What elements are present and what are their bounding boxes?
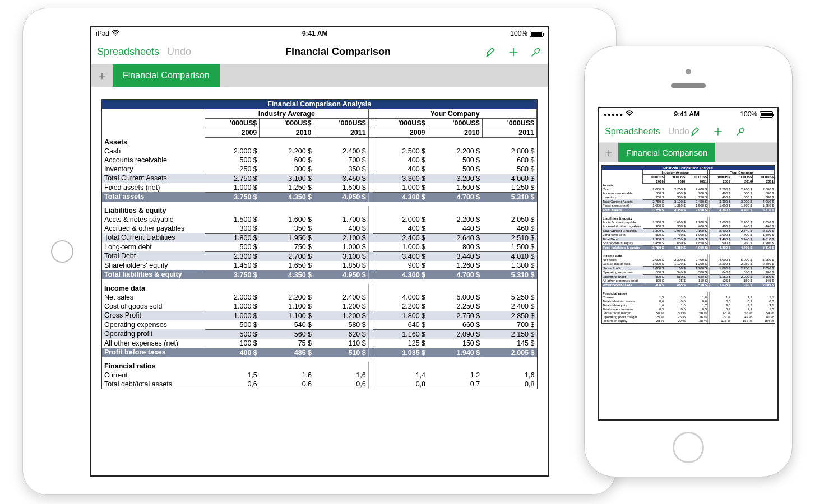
cell-value: 0,5 [664, 307, 686, 311]
cell-value: 1.000 $ [314, 242, 368, 252]
iphone-camera [686, 69, 691, 74]
cell-value: 3.100 $ [260, 174, 314, 183]
cell-value: 4.300 $ [710, 208, 731, 212]
unit-label: '000US$ [314, 119, 368, 128]
cell-value: 400 $ [373, 156, 428, 165]
cell-value: 1,6 [260, 371, 314, 380]
financial-table: Financial Comparison AnalysisIndustry Av… [102, 100, 537, 389]
cell-value: 125 $ [710, 279, 731, 283]
row-label: Total assets turnover [602, 307, 643, 311]
table-row: Accrued & other payables300 $350 $400 $4… [102, 224, 537, 234]
cell-value: 2.090 $ [731, 274, 753, 279]
cell-value: 2.090 $ [428, 329, 482, 339]
undo-button[interactable]: Undo [668, 127, 689, 137]
cell-value: 510 $ [686, 283, 708, 287]
cell-value: 2.850 $ [482, 311, 536, 320]
table-row: Fixed assets (net)1.000 $1.250 $1.500 $1… [602, 204, 775, 208]
cell-value: 1.950 $ [664, 228, 686, 233]
status-time: 9:41 AM [674, 110, 700, 118]
sheet-title: Financial Comparison Analysis [102, 100, 537, 109]
year-header: 2010 [260, 128, 314, 138]
cell-value: 1.100 $ [260, 311, 314, 320]
cell-value: 5.000 $ [428, 293, 482, 302]
battery-percent: 100% [510, 30, 527, 38]
table-row: Gross Profit1.000 $1.100 $1.200 $1.800 $… [602, 266, 775, 270]
year-header: 2009 [373, 128, 428, 138]
year-header: 2009 [643, 179, 665, 184]
spreadsheets-back-link[interactable]: Spreadsheets [605, 127, 660, 137]
tools-wrench-icon[interactable] [734, 125, 747, 138]
cell-value: 3.400 $ [710, 237, 731, 241]
add-icon[interactable] [712, 125, 724, 138]
spreadsheet-canvas[interactable]: Financial Comparison AnalysisIndustry Av… [599, 162, 777, 419]
add-icon[interactable] [507, 46, 520, 58]
cell-value: 1.600 $ [664, 221, 686, 225]
row-label: Cost of goods sold [102, 302, 205, 311]
cell-value: 460 $ [753, 225, 775, 229]
cell-value: 2.510 $ [482, 233, 536, 242]
row-label: Operating expenses [102, 320, 205, 330]
cell-value: 2.750 $ [731, 266, 753, 270]
format-brush-icon[interactable] [485, 46, 497, 58]
unit-label: '000US$ [731, 175, 753, 179]
cell-value: 1.500 $ [205, 215, 260, 224]
cell-value: 1.850 $ [314, 261, 368, 270]
row-label: Total liabilities & equity [102, 270, 205, 279]
cell-value: 1,2 [731, 296, 753, 300]
cell-value: 3.300 $ [710, 199, 731, 204]
cell-value: 5.310 $ [753, 245, 775, 250]
cell-value: 2.640 $ [428, 233, 482, 242]
table-row: Operating expenses500 $540 $580 $640 $66… [102, 320, 537, 330]
cell-value: 75 $ [260, 339, 314, 348]
status-time: 9:41 AM [302, 30, 328, 38]
table-row: Profit before taxes400 $485 $510 $1.035 … [602, 283, 775, 287]
iphone-home-button[interactable] [673, 432, 704, 463]
cell-value: 1,2 [428, 371, 482, 380]
table-row: Return on equity28 %29 %28 %115 %154 %15… [602, 319, 775, 323]
cell-value: 4.700 $ [731, 208, 753, 212]
cell-value: 500 $ [643, 270, 665, 275]
cell-value: 4.950 $ [686, 245, 708, 250]
cell-value: 4.010 $ [482, 251, 536, 261]
cell-value: 145 $ [753, 279, 775, 283]
cell-value: 560 $ [664, 274, 686, 279]
add-sheet-button[interactable]: ＋ [599, 143, 618, 162]
table-row: Total Current Assets2.750 $3.100 $3.450 … [102, 174, 537, 183]
cell-value: 4.700 $ [731, 245, 753, 250]
format-brush-icon[interactable] [689, 125, 702, 138]
undo-button[interactable]: Undo [167, 46, 191, 58]
ipad-home-button[interactable] [51, 240, 73, 263]
cell-value: 700 $ [753, 270, 775, 275]
table-row: Total Current Liabilities1.800 $1.950 $2… [602, 228, 775, 233]
sheet-tab-active[interactable]: Financial Comparison [113, 64, 220, 87]
table-row: All other expenses (net)100 $75 $110 $12… [102, 339, 537, 348]
cell-value: 500 $ [428, 165, 482, 174]
spreadsheets-back-link[interactable]: Spreadsheets [97, 46, 159, 58]
cell-value: 2.000 $ [205, 293, 260, 302]
cell-value: 1.000 $ [643, 262, 665, 267]
cell-value: 3.450 $ [686, 199, 708, 204]
row-label: Return on equity [602, 319, 643, 323]
cell-value: 1,6 [686, 296, 708, 300]
sheet-tab-active[interactable]: Financial Comparison [618, 143, 715, 162]
add-sheet-button[interactable]: ＋ [91, 64, 113, 87]
cell-value: 3,8 [710, 304, 731, 307]
cell-value: 50 % [664, 311, 686, 315]
financial-table: Financial Comparison AnalysisIndustry Av… [602, 166, 775, 323]
row-label: Accts & notes payable [602, 221, 643, 225]
tools-wrench-icon[interactable] [530, 46, 542, 58]
table-row: Total Debt2.300 $2.700 $3.100 $3.400 $3.… [102, 251, 537, 261]
row-label: Accounts receivable [102, 156, 205, 165]
cell-value: 42 % [731, 315, 753, 319]
table-row: Inventory250 $300 $350 $400 $500 $580 $ [602, 195, 775, 200]
cell-value: 2.000 $ [373, 215, 428, 224]
spreadsheet-canvas[interactable]: Financial Comparison AnalysisIndustry Av… [91, 87, 548, 475]
year-header: 2010 [428, 128, 482, 138]
app-toolbar: Spreadsheets Undo Financial Comparison [91, 40, 548, 64]
cell-value: 1,6 [643, 304, 665, 307]
row-label: Total debt/total assets [102, 380, 205, 389]
cell-value: 0,6 [260, 380, 314, 389]
cell-value: 4.950 $ [314, 270, 368, 279]
cell-value: 3.100 $ [686, 237, 708, 241]
cell-value: 640 $ [373, 320, 428, 330]
